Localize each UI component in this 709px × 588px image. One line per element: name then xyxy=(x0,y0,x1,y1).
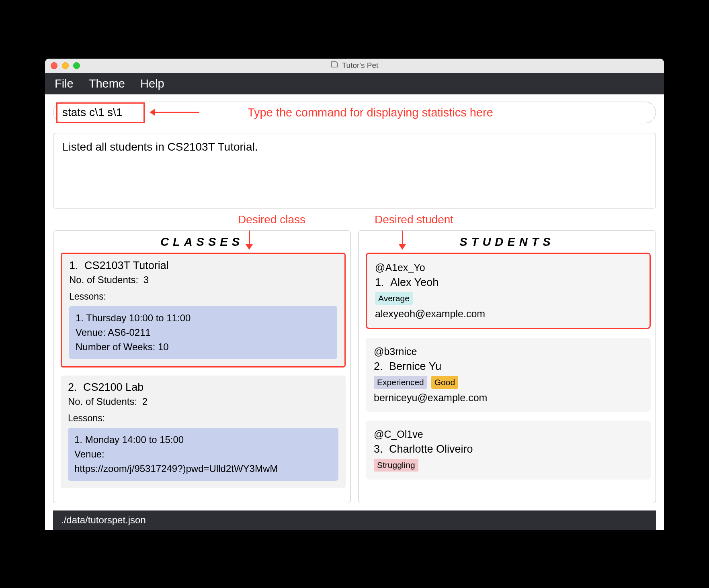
student-name: 3. Charlotte Oliveiro xyxy=(374,441,643,457)
statusbar: ./data/tutorspet.json xyxy=(53,510,656,530)
annotation-desired-student: Desired student xyxy=(375,213,453,226)
student-tags: Experienced Good xyxy=(374,376,643,389)
lessons-label: Lessons: xyxy=(69,291,337,302)
window-title: Tutor's Pet xyxy=(331,61,379,71)
class-title: 1. CS2103T Tutorial xyxy=(69,259,337,272)
students-panel: STUDENTS @A1ex_Yo 1. Alex Yeoh Average a… xyxy=(358,230,656,503)
student-name: 1. Alex Yeoh xyxy=(375,275,641,290)
lesson-weeks: Number of Weeks: 10 xyxy=(76,340,331,354)
class-card[interactable]: 2. CS2100 Lab No. of Students: 2 Lessons… xyxy=(61,376,346,488)
result-display: Listed all students in CS2103T Tutorial. xyxy=(53,133,656,208)
app-window: Tutor's Pet File Theme Help Type the com… xyxy=(45,59,664,530)
content-area: Type the command for displaying statisti… xyxy=(45,94,664,530)
command-row: Type the command for displaying statisti… xyxy=(53,102,656,123)
zoom-icon[interactable] xyxy=(73,62,80,69)
menubar: File Theme Help xyxy=(45,73,664,94)
class-student-count: No. of Students: 3 xyxy=(69,274,337,286)
students-heading: STUDENTS xyxy=(359,231,656,253)
classes-panel: CLASSES 1. CS2103T Tutorial No. of Stude… xyxy=(53,230,351,503)
titlebar: Tutor's Pet xyxy=(45,59,664,73)
tag-struggling: Struggling xyxy=(374,459,418,472)
lesson-time: 1. Thursday 10:00 to 11:00 xyxy=(76,311,331,325)
lesson-venue: Venue: https://zoom/j/95317249?)pwd=Ulld… xyxy=(74,447,332,476)
lesson-venue: Venue: AS6-0211 xyxy=(76,325,331,340)
student-tags: Average xyxy=(375,292,641,305)
command-input[interactable] xyxy=(53,102,656,123)
menu-help[interactable]: Help xyxy=(140,77,164,90)
traffic-lights xyxy=(51,62,80,69)
student-handle: @C_Ol1ve xyxy=(374,427,643,441)
student-handle: @b3rnice xyxy=(374,344,643,359)
student-tags: Struggling xyxy=(374,459,643,472)
lesson-card: 1. Monday 14:00 to 15:00 Venue: https://… xyxy=(68,428,338,481)
class-student-count: No. of Students: 2 xyxy=(68,396,338,407)
class-card[interactable]: 1. CS2103T Tutorial No. of Students: 3 L… xyxy=(61,253,346,368)
classes-list[interactable]: 1. CS2103T Tutorial No. of Students: 3 L… xyxy=(53,253,350,503)
student-email: berniceyu@example.com xyxy=(374,390,643,405)
student-email: alexyeoh@example.com xyxy=(375,306,641,321)
class-title: 2. CS2100 Lab xyxy=(68,381,338,394)
student-card[interactable]: @A1ex_Yo 1. Alex Yeoh Average alexyeoh@e… xyxy=(366,253,651,329)
classes-heading: CLASSES xyxy=(53,231,350,253)
tag-good: Good xyxy=(431,376,458,389)
lesson-time: 1. Monday 14:00 to 15:00 xyxy=(74,433,332,447)
columns: CLASSES 1. CS2103T Tutorial No. of Stude… xyxy=(53,230,656,503)
tag-average: Average xyxy=(375,292,413,305)
minimize-icon[interactable] xyxy=(62,62,69,69)
menu-file[interactable]: File xyxy=(55,77,74,90)
annotation-desired-class: Desired class xyxy=(238,213,305,226)
student-handle: @A1ex_Yo xyxy=(375,260,641,275)
students-list[interactable]: @A1ex_Yo 1. Alex Yeoh Average alexyeoh@e… xyxy=(359,253,656,503)
student-card[interactable]: @C_Ol1ve 3. Charlotte Oliveiro Strugglin… xyxy=(366,421,651,480)
tag-experienced: Experienced xyxy=(374,376,427,389)
menu-theme[interactable]: Theme xyxy=(89,77,125,90)
student-card[interactable]: @b3rnice 2. Bernice Yu Experienced Good … xyxy=(366,338,651,412)
close-icon[interactable] xyxy=(51,62,57,69)
app-icon xyxy=(331,61,339,71)
lesson-card: 1. Thursday 10:00 to 11:00 Venue: AS6-02… xyxy=(69,306,337,359)
student-name: 2. Bernice Yu xyxy=(374,359,643,374)
window-title-text: Tutor's Pet xyxy=(342,61,379,70)
annotation-row: Desired class Desired student xyxy=(53,213,656,229)
result-text: Listed all students in CS2103T Tutorial. xyxy=(62,141,258,153)
statusbar-text: ./data/tutorspet.json xyxy=(61,514,146,525)
lessons-label: Lessons: xyxy=(68,413,338,424)
